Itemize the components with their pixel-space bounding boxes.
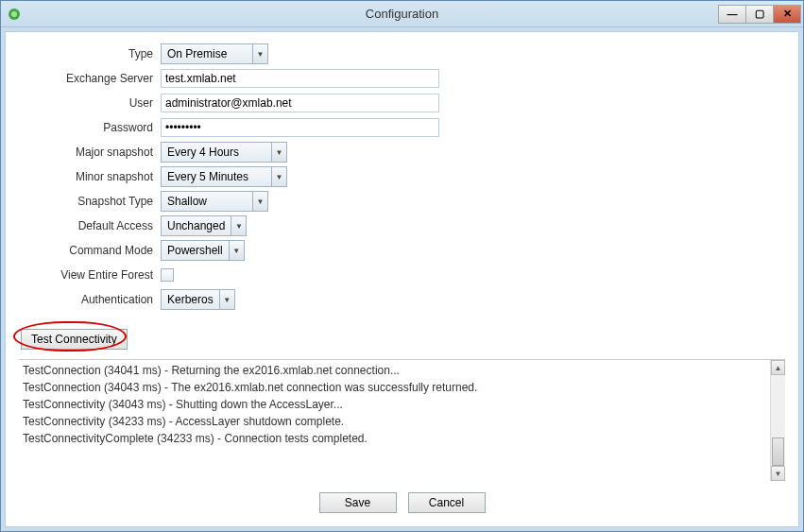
snapshot-type-label: Snapshot Type: [19, 195, 161, 208]
major-snapshot-label: Major snapshot: [19, 146, 161, 159]
command-mode-select[interactable]: Powershell ▼: [161, 240, 245, 261]
scrollbar-track[interactable]: [771, 375, 785, 466]
chevron-down-icon[interactable]: ▼: [253, 191, 268, 212]
titlebar: Configuration — ▢ ✕: [1, 1, 803, 27]
save-button[interactable]: Save: [319, 492, 397, 513]
app-icon: [7, 7, 22, 22]
window-title: Configuration: [1, 7, 803, 21]
configuration-window: Configuration — ▢ ✕ Type On Premise ▼ Ex…: [0, 0, 804, 532]
view-entire-forest-label: View Entire Forest: [19, 268, 161, 282]
scroll-up-icon[interactable]: ▲: [771, 360, 785, 375]
maximize-button[interactable]: ▢: [745, 5, 774, 24]
minor-snapshot-label: Minor snapshot: [19, 170, 161, 183]
command-mode-value: Powershell: [161, 240, 230, 261]
close-button[interactable]: ✕: [773, 5, 801, 24]
user-input[interactable]: [161, 94, 439, 112]
minor-snapshot-select[interactable]: Every 5 Minutes ▼: [161, 166, 287, 187]
minor-snapshot-value: Every 5 Minutes: [161, 166, 272, 187]
default-access-select[interactable]: Unchanged ▼: [161, 215, 247, 236]
cancel-button[interactable]: Cancel: [408, 492, 486, 513]
password-label: Password: [19, 121, 161, 134]
log-output: TestConnection (34041 ms) - Returning th…: [19, 359, 785, 481]
log-line: TestConnection (34043 ms) - The ex2016.x…: [23, 379, 781, 396]
major-snapshot-value: Every 4 Hours: [161, 142, 272, 163]
chevron-down-icon[interactable]: ▼: [253, 43, 268, 64]
window-controls: — ▢ ✕: [719, 5, 801, 24]
exchange-server-input[interactable]: [161, 69, 439, 88]
type-label: Type: [19, 47, 161, 60]
chevron-down-icon[interactable]: ▼: [220, 289, 235, 310]
chevron-down-icon[interactable]: ▼: [272, 166, 287, 187]
svg-point-1: [11, 11, 17, 17]
log-line: TestConnection (34041 ms) - Returning th…: [23, 362, 781, 379]
user-label: User: [19, 96, 161, 110]
chevron-down-icon[interactable]: ▼: [272, 142, 287, 163]
log-line: TestConnectivity (34043 ms) - Shutting d…: [23, 396, 781, 413]
snapshot-type-value: Shallow: [161, 191, 253, 212]
default-access-value: Unchanged: [161, 215, 231, 236]
major-snapshot-select[interactable]: Every 4 Hours ▼: [161, 142, 287, 163]
test-connectivity-button[interactable]: Test Connectivity: [21, 329, 128, 350]
exchange-server-label: Exchange Server: [19, 72, 161, 85]
default-access-label: Default Access: [19, 219, 161, 232]
command-mode-label: Command Mode: [19, 244, 161, 257]
minimize-button[interactable]: —: [718, 5, 746, 24]
log-line: TestConnectivityComplete (34233 ms) - Co…: [23, 430, 781, 447]
log-lines: TestConnection (34041 ms) - Returning th…: [19, 360, 785, 449]
scroll-down-icon[interactable]: ▼: [771, 466, 785, 481]
password-input[interactable]: [161, 118, 439, 137]
type-select[interactable]: On Premise ▼: [161, 43, 268, 64]
scrollbar-thumb[interactable]: [772, 438, 784, 466]
content-panel: Type On Premise ▼ Exchange Server User: [5, 31, 799, 527]
log-scrollbar[interactable]: ▲ ▼: [770, 360, 785, 481]
type-value: On Premise: [161, 43, 253, 64]
view-entire-forest-checkbox[interactable]: [161, 268, 174, 282]
snapshot-type-select[interactable]: Shallow ▼: [161, 191, 268, 212]
test-connectivity-wrap: Test Connectivity: [19, 327, 142, 355]
chevron-down-icon[interactable]: ▼: [231, 215, 247, 236]
authentication-value: Kerberos: [161, 289, 220, 310]
chevron-down-icon[interactable]: ▼: [230, 240, 245, 261]
authentication-label: Authentication: [19, 293, 161, 306]
dialog-buttons: Save Cancel: [19, 481, 785, 517]
form: Type On Premise ▼ Exchange Server User: [19, 43, 785, 310]
log-line: TestConnectivity (34233 ms) - AccessLaye…: [23, 413, 781, 430]
authentication-select[interactable]: Kerberos ▼: [161, 289, 235, 310]
